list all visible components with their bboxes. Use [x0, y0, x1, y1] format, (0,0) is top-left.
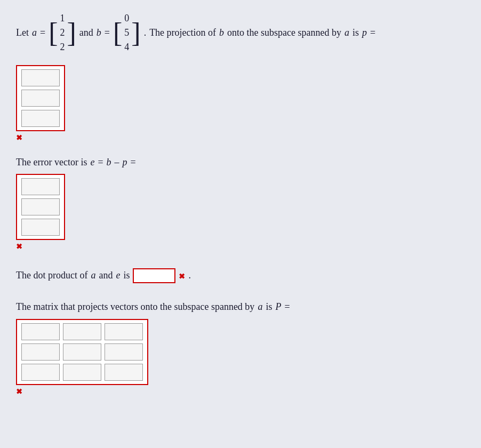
P-input-32[interactable]	[63, 364, 101, 381]
dot-product-line: The dot product of a and e is ✖ .	[16, 268, 465, 283]
matrix-text-1: The matrix that projects vectors onto th…	[16, 299, 254, 315]
error-label-line: The error vector is e = b – p =	[16, 155, 465, 170]
e-input-1[interactable]	[21, 178, 60, 195]
bracket-right-a: ]	[67, 19, 76, 47]
bracket-right-b: ]	[131, 19, 140, 47]
p-matrix-wrapper	[16, 65, 65, 131]
dot-product-section: The dot product of a and e is ✖ .	[16, 268, 465, 283]
a-variable-2: a	[344, 25, 349, 41]
p-answer-block: ✖	[16, 65, 465, 143]
vector-b-cells: 0 5 4	[123, 11, 130, 55]
p-input-3[interactable]	[21, 110, 60, 127]
projection-text: The projection of	[149, 25, 216, 41]
e-row-2	[21, 198, 60, 215]
P-input-11[interactable]	[21, 323, 60, 340]
p-variable: p	[362, 25, 367, 41]
period-1: .	[144, 25, 147, 41]
p-row-2	[21, 90, 60, 107]
bracket-left-b: [	[113, 19, 122, 47]
is-text-3: is	[266, 299, 272, 315]
a-cell-1: 1	[59, 12, 66, 25]
P-input-33[interactable]	[105, 364, 143, 381]
minus-sign: –	[115, 155, 119, 170]
p-equals: =	[284, 299, 290, 315]
P-matrix-inner	[21, 323, 143, 381]
p-input-2[interactable]	[21, 90, 60, 107]
problem-statement: Let a = [ 1 2 2 ] and b = [ 0 5 4 ] . Th…	[16, 11, 465, 55]
b-variable-3: b	[107, 155, 111, 170]
e-x-mark[interactable]: ✖	[16, 242, 22, 251]
b-cell-2: 5	[123, 26, 130, 39]
vector-b: [ 0 5 4 ]	[113, 11, 141, 55]
dot-text-1: The dot product of	[16, 268, 87, 283]
b-variable-2: b	[219, 25, 224, 41]
p-row-3	[21, 110, 60, 127]
p-matrix-inner	[21, 69, 60, 127]
p-x-mark[interactable]: ✖	[16, 133, 22, 142]
a-cell-3: 2	[59, 41, 66, 54]
dot-period: .	[188, 268, 191, 283]
e-matrix-inner	[21, 178, 60, 236]
P-row-2	[21, 343, 143, 361]
matrix-p-section: The matrix that projects vectors onto th…	[16, 299, 465, 397]
vector-a: [ 1 2 2 ]	[49, 11, 76, 55]
p-variable-2: p	[123, 155, 127, 170]
error-section: The error vector is e = b – p = ✖	[16, 155, 465, 252]
e-row-3	[21, 219, 60, 236]
P-matrix-wrapper	[16, 319, 148, 385]
matrix-p-label-line: The matrix that projects vectors onto th…	[16, 299, 465, 315]
dot-x-mark[interactable]: ✖	[179, 271, 185, 283]
error-eq2: =	[131, 155, 136, 170]
let-text: Let	[16, 25, 29, 41]
e-row-1	[21, 178, 60, 195]
b-cell-3: 4	[123, 41, 130, 54]
equals3: =	[370, 25, 375, 41]
P-input-23[interactable]	[105, 343, 143, 361]
bracket-left-a: [	[49, 19, 58, 47]
P-input-12[interactable]	[63, 323, 101, 340]
P-input-13[interactable]	[105, 323, 143, 340]
P-input-22[interactable]	[63, 343, 101, 361]
a-variable-4: a	[258, 299, 262, 315]
e-input-2[interactable]	[21, 198, 60, 215]
dot-product-input[interactable]	[133, 268, 175, 283]
e-variable: e	[90, 155, 94, 170]
e-matrix-wrapper	[16, 174, 65, 240]
P-variable: P	[275, 299, 281, 315]
equals1: =	[40, 25, 45, 41]
equals2: =	[105, 25, 110, 41]
a-variable-3: a	[91, 268, 95, 283]
P-row-3	[21, 364, 143, 381]
P-row-1	[21, 323, 143, 340]
e-variable-2: e	[116, 268, 120, 283]
a-variable: a	[32, 25, 37, 41]
onto-text: onto the subspace spanned by	[227, 25, 341, 41]
is-text-2: is	[123, 268, 130, 283]
p-row-1	[21, 69, 60, 86]
a-cell-2: 2	[59, 26, 66, 39]
e-answer-block: ✖	[16, 174, 465, 252]
P-input-21[interactable]	[21, 343, 60, 361]
vector-a-cells: 1 2 2	[59, 11, 66, 55]
b-cell-1: 0	[123, 12, 130, 25]
P-input-31[interactable]	[21, 364, 60, 381]
b-variable: b	[97, 25, 101, 41]
error-eq: =	[98, 155, 103, 170]
P-x-mark[interactable]: ✖	[16, 387, 22, 396]
and-text: and	[79, 25, 93, 41]
p-input-1[interactable]	[21, 69, 60, 86]
error-text-1: The error vector is	[16, 155, 87, 170]
P-matrix-answer-block: ✖	[16, 319, 465, 397]
and-text-2: and	[99, 268, 113, 283]
is-text: is	[352, 25, 359, 41]
e-input-3[interactable]	[21, 219, 60, 236]
